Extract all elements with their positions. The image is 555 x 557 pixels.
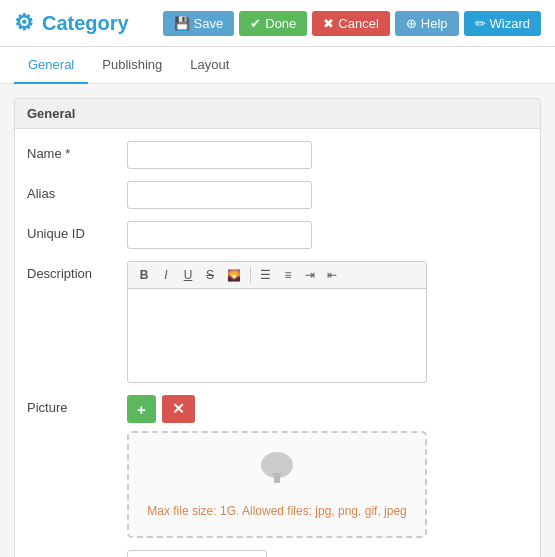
header-buttons: 💾 Save ✔ Done ✖ Cancel ⊕ Help ✏ Wizard bbox=[163, 11, 541, 36]
indent-right-button[interactable]: ⇥ bbox=[300, 266, 320, 284]
name-control bbox=[127, 141, 528, 169]
description-row: Description B I U bbox=[27, 261, 528, 383]
strikethrough-button[interactable]: S bbox=[200, 266, 220, 284]
indent-right-icon: ⇥ bbox=[305, 268, 315, 282]
remove-picture-button[interactable]: ✕ bbox=[162, 395, 195, 423]
unordered-list-button[interactable]: ☰ bbox=[255, 266, 276, 284]
description-textarea[interactable] bbox=[128, 289, 426, 379]
alias-input[interactable] bbox=[127, 181, 312, 209]
bold-button[interactable]: B bbox=[134, 266, 154, 284]
picture-buttons: + ✕ bbox=[127, 395, 528, 423]
alias-control bbox=[127, 181, 528, 209]
section-body: Name * Alias Unique ID bbox=[15, 129, 540, 557]
unique-id-control bbox=[127, 221, 528, 249]
type-select[interactable]: - Choose a Type - bbox=[127, 550, 267, 557]
description-label: Description bbox=[27, 261, 127, 281]
tab-general[interactable]: General bbox=[14, 47, 88, 84]
unique-id-input[interactable] bbox=[127, 221, 312, 249]
picture-row: Picture + ✕ bbox=[27, 395, 528, 538]
done-icon: ✔ bbox=[250, 16, 261, 31]
ordered-list-button[interactable]: ≡ bbox=[278, 266, 298, 284]
unique-id-label: Unique ID bbox=[27, 221, 127, 241]
toolbar-separator-1 bbox=[250, 267, 251, 283]
add-picture-button[interactable]: + bbox=[127, 395, 156, 423]
type-control: - Choose a Type - bbox=[127, 550, 528, 557]
drop-icon bbox=[139, 451, 415, 498]
cancel-icon: ✖ bbox=[323, 16, 334, 31]
indent-left-icon: ⇤ bbox=[327, 268, 337, 282]
ordered-list-icon: ≡ bbox=[284, 268, 291, 282]
image-button[interactable]: 🌄 bbox=[222, 266, 246, 284]
done-button[interactable]: ✔ Done bbox=[239, 11, 307, 36]
name-input[interactable] bbox=[127, 141, 312, 169]
editor-toolbar: B I U S 🌄 bbox=[128, 262, 426, 289]
help-icon: ⊕ bbox=[406, 16, 417, 31]
section-title: General bbox=[15, 99, 540, 129]
indent-left-button[interactable]: ⇤ bbox=[322, 266, 342, 284]
alias-row: Alias bbox=[27, 181, 528, 209]
cancel-button[interactable]: ✖ Cancel bbox=[312, 11, 389, 36]
picture-label: Picture bbox=[27, 395, 127, 415]
alias-label: Alias bbox=[27, 181, 127, 201]
tabs: General Publishing Layout bbox=[0, 47, 555, 84]
drop-zone[interactable]: Max file size: 1G. Allowed files: jpg, p… bbox=[127, 431, 427, 538]
general-section: General Name * Alias bbox=[14, 98, 541, 557]
save-icon: 💾 bbox=[174, 16, 190, 31]
name-row: Name * bbox=[27, 141, 528, 169]
header: ⚙ Category 💾 Save ✔ Done ✖ Cancel ⊕ Help… bbox=[0, 0, 555, 47]
description-control: B I U S 🌄 bbox=[127, 261, 528, 383]
type-row: Type - Choose a Type - bbox=[27, 550, 528, 557]
picture-control: + ✕ bbox=[127, 395, 528, 538]
unique-id-row: Unique ID bbox=[27, 221, 528, 249]
unordered-list-icon: ☰ bbox=[260, 268, 271, 282]
tab-layout[interactable]: Layout bbox=[176, 47, 243, 84]
save-button[interactable]: 💾 Save bbox=[163, 11, 235, 36]
svg-rect-1 bbox=[274, 473, 280, 483]
category-icon: ⚙ bbox=[14, 10, 34, 36]
tab-publishing[interactable]: Publishing bbox=[88, 47, 176, 84]
image-icon: 🌄 bbox=[227, 269, 241, 281]
italic-button[interactable]: I bbox=[156, 266, 176, 284]
drop-text: Max file size: 1G. Allowed files: jpg, p… bbox=[139, 504, 415, 518]
wizard-icon: ✏ bbox=[475, 16, 486, 31]
underline-button[interactable]: U bbox=[178, 266, 198, 284]
wizard-button[interactable]: ✏ Wizard bbox=[464, 11, 541, 36]
help-button[interactable]: ⊕ Help bbox=[395, 11, 459, 36]
editor-wrapper: B I U S 🌄 bbox=[127, 261, 427, 383]
main-content: General Name * Alias bbox=[0, 84, 555, 557]
page-title: ⚙ Category bbox=[14, 10, 129, 36]
name-label: Name * bbox=[27, 141, 127, 161]
type-label: Type bbox=[27, 550, 127, 557]
